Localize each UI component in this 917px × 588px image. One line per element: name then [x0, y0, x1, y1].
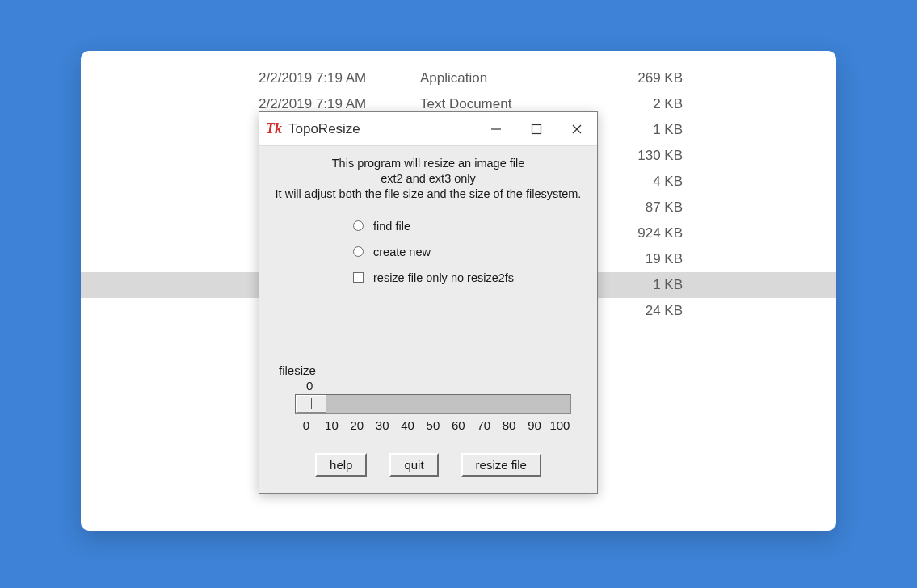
- cell-date: 2/2/2019 7:19 AM: [259, 96, 420, 112]
- close-button[interactable]: [557, 112, 597, 146]
- intro-line-2: ext2 and ext3 only: [267, 171, 589, 187]
- intro-line-3: It will adjust both the file size and th…: [267, 187, 589, 202]
- cell-size: 19 KB: [630, 251, 683, 267]
- tick-label: 60: [447, 418, 469, 432]
- cell-size: 1 KB: [630, 122, 683, 138]
- slider-ticks: 0102030405060708090100: [295, 418, 571, 432]
- slider-title: filesize: [279, 363, 571, 377]
- slider-section: filesize 0 0102030405060708090100: [267, 363, 589, 432]
- filesize-slider[interactable]: [295, 394, 571, 414]
- slider-thumb[interactable]: [296, 395, 326, 413]
- checkbox-resize-only[interactable]: resize file only no resize2fs: [353, 265, 589, 291]
- svg-rect-1: [532, 124, 541, 133]
- tick-label: 0: [295, 418, 318, 432]
- checkbox-label: resize file only no resize2fs: [373, 271, 514, 284]
- maximize-icon: [531, 124, 542, 135]
- cell-size: 1 KB: [630, 277, 683, 293]
- tick-label: 80: [498, 418, 520, 432]
- tick-label: 30: [371, 418, 393, 432]
- radio-label: find file: [373, 220, 410, 233]
- cell-size: 24 KB: [630, 303, 683, 319]
- cell-date: 2/2/2019 7:19 AM: [259, 70, 420, 86]
- radio-label: create new: [373, 246, 431, 258]
- window-title: TopoResize: [288, 121, 360, 137]
- cell-type: Application: [420, 70, 630, 86]
- help-button[interactable]: help: [315, 453, 367, 477]
- tick-label: 40: [397, 418, 419, 432]
- tick-label: 90: [524, 418, 546, 432]
- cell-size: 4 KB: [630, 174, 683, 190]
- tick-label: 20: [346, 418, 368, 432]
- toporesize-dialog: Tk TopoResize This program will resize a…: [259, 111, 598, 494]
- cell-size: 87 KB: [630, 200, 683, 216]
- cell-size: 2 KB: [630, 96, 683, 112]
- tk-icon: Tk: [266, 120, 282, 137]
- resize-file-button[interactable]: resize file: [461, 453, 541, 477]
- tick-label: 70: [473, 418, 495, 432]
- intro-text: This program will resize an image file e…: [267, 156, 589, 202]
- cell-type: Text Document: [420, 96, 630, 112]
- quit-button[interactable]: quit: [389, 453, 438, 477]
- radio-icon: [353, 220, 364, 231]
- dialog-body: This program will resize an image file e…: [259, 146, 597, 493]
- cell-size: 269 KB: [630, 70, 683, 86]
- cell-size: 924 KB: [630, 225, 683, 242]
- minimize-button[interactable]: [476, 112, 516, 146]
- button-bar: help quit resize file: [267, 453, 589, 477]
- intro-line-1: This program will resize an image file: [267, 156, 589, 171]
- options-group: find file create new resize file only no…: [353, 213, 589, 291]
- tick-label: 10: [320, 418, 343, 432]
- cell-size: 130 KB: [630, 148, 683, 164]
- maximize-button[interactable]: [516, 112, 557, 146]
- radio-find-file[interactable]: find file: [353, 213, 589, 239]
- tick-label: 100: [549, 418, 571, 432]
- close-icon: [571, 124, 583, 135]
- minimize-icon: [490, 124, 502, 135]
- titlebar[interactable]: Tk TopoResize: [259, 112, 597, 146]
- radio-create-new[interactable]: create new: [353, 239, 589, 265]
- radio-icon: [353, 246, 364, 257]
- checkbox-icon: [353, 272, 364, 283]
- slider-value: 0: [306, 379, 571, 393]
- table-row[interactable]: 2/2/2019 7:19 AMApplication269 KB: [81, 65, 836, 91]
- tick-label: 50: [422, 418, 444, 432]
